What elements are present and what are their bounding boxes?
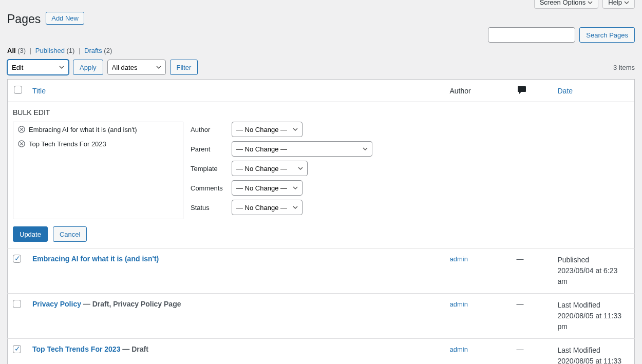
page-title: Pages (7, 8, 41, 28)
bulk-cancel-button[interactable]: Cancel (53, 226, 87, 242)
remove-item-icon[interactable] (17, 125, 26, 133)
bulk-parent-select[interactable]: — No Change — (232, 141, 372, 157)
row-checkbox[interactable] (13, 255, 21, 263)
help-button[interactable]: Help (602, 0, 635, 9)
table-row: Embracing AI for what it is (and isn't) … (8, 248, 635, 294)
bulk-parent-label: Parent (191, 145, 226, 153)
row-comments: — (517, 345, 524, 353)
date-filter-select[interactable]: All dates (107, 60, 166, 75)
filter-drafts[interactable]: Drafts (2) (84, 47, 112, 54)
row-date-status: Last Modified (558, 346, 600, 354)
apply-button-top[interactable]: Apply (73, 60, 103, 75)
add-new-button[interactable]: Add New (46, 12, 84, 25)
bulk-status-select[interactable]: — No Change — (232, 200, 303, 215)
row-title-link[interactable]: Embracing AI for what it is (and isn't) (32, 255, 159, 263)
row-date-status: Last Modified (558, 301, 600, 309)
screen-options-button[interactable]: Screen Options (534, 0, 599, 9)
bulk-template-label: Template (191, 165, 226, 173)
bulk-edit-item: Top Tech Trends For 2023 (13, 137, 183, 151)
row-date-value: 2020/08/05 at 11:33 pm (558, 312, 622, 331)
row-suffix: — Draft, Privacy Policy Page (81, 300, 181, 308)
filter-button[interactable]: Filter (170, 60, 198, 75)
remove-item-icon[interactable] (17, 140, 26, 148)
row-suffix: — Draft (120, 345, 148, 353)
chevron-down-icon (588, 0, 593, 5)
row-checkbox[interactable] (13, 300, 21, 308)
screen-options-label: Screen Options (540, 0, 586, 6)
filter-published[interactable]: Published (1) (35, 47, 77, 54)
bulk-comments-select[interactable]: — No Change — (232, 180, 303, 196)
row-comments: — (517, 255, 524, 263)
bulk-edit-panel: Bulk Edit Embracing AI for what it is (a… (8, 102, 635, 248)
bulk-status-label: Status (191, 204, 226, 212)
table-row: Privacy Policy — Draft, Privacy Policy P… (8, 294, 635, 339)
select-all-top[interactable] (14, 86, 22, 94)
bulk-edit-heading: Bulk Edit (13, 108, 629, 117)
column-date[interactable]: Date (558, 87, 573, 95)
help-label: Help (608, 0, 622, 6)
row-date-status: Published (558, 256, 590, 264)
row-author-link[interactable]: admin (450, 255, 468, 263)
column-author: Author (445, 80, 512, 102)
search-pages-button[interactable]: Search Pages (579, 27, 635, 43)
bulk-author-label: Author (191, 126, 226, 133)
pages-table: Title Author Date Bulk Edit (7, 79, 635, 364)
table-row: Top Tech Trends For 2023 — Draft admin —… (8, 339, 635, 365)
bulk-template-select[interactable]: — No Change — (232, 161, 308, 176)
column-title[interactable]: Title (32, 87, 46, 95)
bulk-update-button[interactable]: Update (13, 226, 48, 242)
bulk-action-select-top[interactable]: Edit (7, 60, 69, 75)
bulk-edit-items-list: Embracing AI for what it is (and isn't) … (13, 122, 183, 219)
search-input[interactable] (488, 27, 575, 43)
bulk-comments-label: Comments (191, 184, 226, 192)
row-author-link[interactable]: admin (450, 300, 468, 308)
bulk-author-select[interactable]: — No Change — (232, 122, 303, 137)
filter-all[interactable]: All (3) (7, 47, 28, 54)
row-author-link[interactable]: admin (450, 346, 468, 353)
row-date-value: 2020/08/05 at 11:33 pm (558, 357, 622, 364)
bulk-edit-item: Embracing AI for what it is (and isn't) (13, 122, 183, 137)
items-count-top: 3 items (613, 64, 635, 71)
row-title-link[interactable]: Top Tech Trends For 2023 (32, 345, 120, 353)
row-comments: — (517, 300, 524, 308)
row-date-value: 2023/05/04 at 6:23 am (558, 266, 618, 285)
chevron-down-icon (624, 0, 629, 5)
row-title-link[interactable]: Privacy Policy (32, 300, 81, 308)
status-filter-links: All (3) | Published (1) | Drafts (2) (7, 47, 635, 54)
row-checkbox[interactable] (13, 345, 21, 353)
comment-icon (517, 88, 527, 97)
